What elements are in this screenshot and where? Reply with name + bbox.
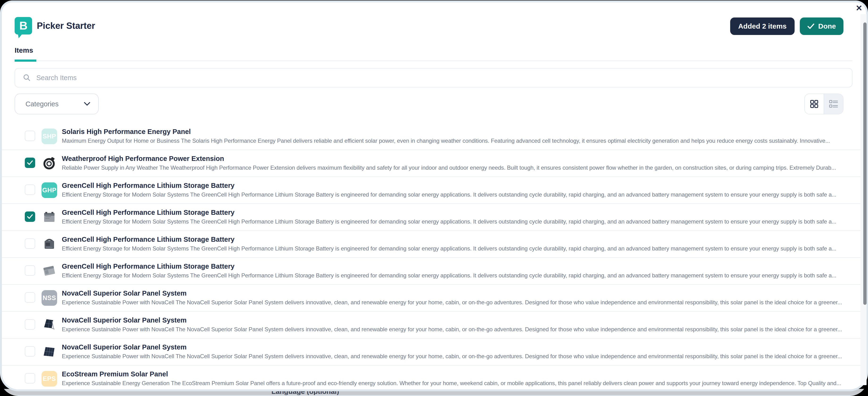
item-checkbox[interactable] (25, 158, 35, 168)
item-title: GreenCell High Performance Lithium Stora… (62, 209, 235, 217)
item-description: Efficient Energy Storage for Modern Sola… (62, 245, 848, 252)
close-icon[interactable]: ✕ (854, 3, 864, 13)
app-window: Language (optional) B Picker Starter Add… (0, 0, 868, 396)
list-view-button[interactable] (824, 94, 843, 114)
item-checkbox[interactable] (25, 131, 35, 141)
checkbox-check-icon (27, 214, 33, 219)
item-title: EcoStream Premium Solar Panel (62, 370, 168, 378)
item-title: GreenCell High Performance Lithium Stora… (62, 235, 235, 243)
list-item[interactable]: SHP Solaris High Performance Energy Pane… (2, 123, 866, 150)
categories-dropdown[interactable]: Categories (14, 93, 99, 114)
item-avatar-photo (41, 317, 57, 333)
list-item[interactable]: NSS NovaCell Superior Solar Panel System… (2, 285, 866, 312)
tab-divider (14, 60, 852, 61)
list-item[interactable]: GreenCell High Performance Lithium Stora… (2, 231, 866, 258)
item-avatar-photo (41, 155, 57, 171)
item-title: NovaCell Superior Solar Panel System (62, 289, 187, 297)
item-avatar-initials: GHP (41, 182, 57, 198)
list-item[interactable]: NovaCell Superior Solar Panel System Exp… (2, 312, 866, 339)
item-title: GreenCell High Performance Lithium Stora… (62, 182, 235, 190)
added-items-badge: Added 2 items (730, 18, 795, 35)
logo-letter: B (19, 19, 28, 32)
items-list: SHP Solaris High Performance Energy Pane… (2, 123, 866, 389)
item-title: GreenCell High Performance Lithium Stora… (62, 262, 235, 270)
item-description: Reliable Power Supply in Any Weather The… (62, 165, 848, 171)
list-item[interactable]: GreenCell High Performance Lithium Stora… (2, 258, 866, 285)
item-description: Efficient Energy Storage for Modern Sola… (62, 218, 848, 225)
item-avatar-photo (41, 344, 57, 360)
item-description: Experience Sustainable Power with NovaCe… (62, 353, 848, 360)
item-title: NovaCell Superior Solar Panel System (62, 316, 187, 324)
background-form-strip (0, 395, 868, 396)
solar-panel-photo-icon (42, 345, 56, 359)
list-item[interactable]: GHP GreenCell High Performance Lithium S… (2, 177, 866, 204)
item-title: NovaCell Superior Solar Panel System (62, 343, 187, 351)
battery-photo-icon (42, 210, 56, 224)
search-input[interactable] (36, 74, 844, 82)
item-description: Experience Sustainable Energy Generation… (62, 380, 848, 387)
item-checkbox[interactable] (25, 292, 35, 303)
battery-photo-icon (42, 237, 56, 251)
item-description: Efficient Energy Storage for Modern Sola… (62, 272, 848, 279)
item-avatar-initials: EPS (41, 371, 57, 387)
cable-photo-icon (42, 156, 56, 170)
item-checkbox[interactable] (25, 373, 35, 384)
grid-view-button[interactable] (805, 94, 824, 114)
active-tab-indicator (14, 60, 36, 62)
solar-panel-photo-icon (42, 318, 56, 332)
item-description: Maximum Energy Output for Home or Busine… (62, 138, 848, 144)
item-description: Efficient Energy Storage for Modern Sola… (62, 191, 848, 198)
picker-dialog: B Picker Starter Added 2 items Done Item… (2, 2, 866, 389)
item-avatar-initials: NSS (41, 290, 57, 306)
battery-photo-icon (42, 264, 56, 278)
done-button[interactable]: Done (800, 18, 843, 35)
tab-items[interactable]: Items (14, 46, 33, 54)
item-avatar-photo (41, 236, 57, 252)
item-title: Weatherproof High Performance Power Exte… (62, 155, 224, 163)
app-logo-icon: B (14, 17, 33, 39)
checkbox-check-icon (27, 160, 33, 165)
list-item[interactable]: Weatherproof High Performance Power Exte… (2, 150, 866, 177)
item-checkbox[interactable] (25, 346, 35, 357)
item-avatar-photo (41, 209, 57, 225)
categories-label: Categories (26, 100, 59, 108)
scrollbar-thumb[interactable] (863, 23, 867, 305)
item-checkbox[interactable] (25, 265, 35, 276)
search-icon (23, 74, 31, 82)
grid-view-icon (810, 100, 818, 108)
header-actions: Added 2 items Done (730, 18, 843, 35)
item-checkbox[interactable] (25, 211, 35, 222)
item-avatar-initials: SHP (41, 129, 57, 144)
done-button-label: Done (818, 22, 836, 30)
item-avatar-photo (41, 263, 57, 279)
view-toggle-group (804, 93, 843, 114)
item-title: Solaris High Performance Energy Panel (62, 128, 191, 136)
chevron-down-icon (84, 102, 90, 106)
list-item[interactable]: NovaCell Superior Solar Panel System Exp… (2, 339, 866, 366)
item-checkbox[interactable] (25, 319, 35, 330)
list-item[interactable]: EPS EcoStream Premium Solar Panel Experi… (2, 366, 866, 389)
search-box (14, 68, 852, 87)
item-checkbox[interactable] (25, 185, 35, 195)
background-form-band: Language (optional) (0, 389, 868, 395)
list-view-icon (829, 100, 838, 108)
item-description: Experience Sustainable Power with NovaCe… (62, 299, 848, 306)
item-checkbox[interactable] (25, 238, 35, 249)
page-title: Picker Starter (37, 21, 95, 31)
check-icon (807, 23, 814, 29)
list-item[interactable]: GreenCell High Performance Lithium Stora… (2, 204, 866, 231)
item-description: Experience Sustainable Power with NovaCe… (62, 326, 848, 333)
